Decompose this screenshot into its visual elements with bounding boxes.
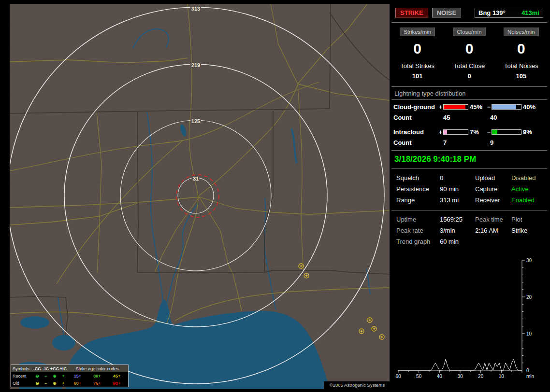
ring-label-31: 31 — [193, 176, 199, 182]
bearing-range-value: 413mi — [521, 9, 539, 16]
upload-label: Upload — [475, 174, 511, 182]
svg-text:min: min — [526, 374, 534, 379]
uptime-value: 1569:25 — [440, 216, 475, 223]
legend-col-neg-cg: -CG — [33, 366, 42, 371]
legend-col-pos-ic: +IC — [59, 366, 68, 371]
noises-per-min-counter: Noises/min 0 Total Noises 105 — [495, 27, 547, 86]
age-codes-recent: 15+ 30+ 45+ — [68, 374, 127, 378]
noise-toggle-button[interactable]: NOISE — [432, 8, 461, 18]
legend-header: Symbols -CG -IC +CG +IC Strike age color… — [11, 365, 128, 372]
datetime-display: 3/18/2026 9:40:18 PM — [391, 151, 547, 168]
cloud-ground-row: Cloud-ground + 45% − 40% — [391, 100, 547, 112]
plot-label: Plot — [511, 216, 547, 223]
receiver-label: Receiver — [475, 196, 511, 204]
neg-cg-recent-icon: ⊖ — [33, 374, 42, 378]
session-stats: Uptime 1569:25 Peak time Plot Peak rate … — [391, 210, 547, 252]
ic-minus-bar — [492, 129, 521, 135]
receiver-status: Enabled — [511, 196, 547, 204]
noises-per-min-value: 0 — [495, 42, 547, 56]
cg-plus-count: 45 — [443, 114, 490, 121]
peak-rate-value: 3/min — [440, 227, 475, 234]
svg-text:0: 0 — [526, 368, 529, 373]
receiver-settings: Squelch 0 Upload Disabled Persistence 90… — [391, 169, 547, 210]
close-per-min-counter: Close/min 0 Total Close 0 — [443, 27, 495, 86]
cloud-ground-counts: Count 45 40 — [391, 112, 547, 125]
legend-row-recent: Recent ⊖ − ⊕ + 15+ 30+ 45+ — [11, 372, 128, 379]
total-strikes-value: 101 — [391, 72, 443, 80]
map-legend: Symbols -CG -IC +CG +IC Strike age color… — [11, 364, 129, 387]
trend-graph: 0102030605040302010min — [394, 253, 547, 381]
ring-label-219: 219 — [191, 62, 200, 68]
trend-graph-value: 60 min — [440, 238, 475, 245]
cg-plus-bar — [443, 104, 468, 110]
pos-cg-recent-icon: ⊕ — [50, 374, 59, 378]
ring-label-313: 313 — [191, 6, 200, 12]
status-sidebar: STRIKE NOISE Bng 139° 413mi Strikes/min … — [391, 4, 547, 389]
plus-sign: + — [438, 103, 443, 111]
strikes-per-min-label: Strikes/min — [400, 28, 435, 36]
svg-text:30: 30 — [526, 258, 532, 263]
copyright-credit: ©2005 Astrogenic Systems — [324, 381, 390, 389]
ring-label-125: 125 — [191, 118, 200, 124]
upload-status: Disabled — [511, 174, 547, 182]
svg-text:50: 50 — [416, 374, 422, 379]
squelch-label: Squelch — [396, 174, 440, 182]
neg-cg-old-icon: ⊖ — [33, 381, 42, 386]
close-per-min-value: 0 — [443, 42, 495, 56]
close-per-min-label: Close/min — [453, 28, 485, 36]
pos-ic-old-icon: + — [59, 381, 68, 386]
svg-text:10: 10 — [526, 331, 532, 336]
neg-ic-old-icon: − — [42, 381, 50, 386]
peak-time-value: 2:16 AM — [475, 227, 511, 234]
legend-symbols-title: Symbols — [13, 366, 33, 371]
peak-rate-label: Peak rate — [396, 227, 440, 234]
trend-graph-canvas: 0102030605040302010min — [394, 253, 541, 381]
plot-value: Strike — [511, 227, 547, 234]
squelch-value: 0 — [440, 174, 475, 182]
pos-ic-recent-icon: + — [59, 374, 68, 378]
minus-sign: − — [486, 128, 492, 136]
uptime-label: Uptime — [396, 216, 440, 223]
svg-text:60: 60 — [395, 374, 401, 379]
cg-minus-count: 40 — [490, 114, 497, 121]
plus-sign: + — [438, 128, 443, 136]
minus-sign: − — [486, 103, 492, 111]
range-value: 313 mi — [440, 196, 475, 204]
lake-west — [20, 316, 49, 329]
persistence-value: 90 min — [440, 185, 475, 193]
rate-counters: Strikes/min 0 Total Strikes 101 Close/mi… — [391, 23, 547, 86]
toolbar: STRIKE NOISE Bng 139° 413mi — [391, 4, 547, 22]
cg-minus-bar — [492, 104, 521, 110]
ic-minus-count: 9 — [490, 139, 493, 146]
total-noises-value: 105 — [495, 72, 547, 80]
ic-plus-bar — [443, 129, 468, 135]
bearing-label: Bng 139° — [478, 9, 506, 16]
total-strikes-label: Total Strikes — [391, 62, 443, 70]
svg-text:10: 10 — [499, 374, 505, 379]
range-label: Range — [396, 196, 440, 204]
intracloud-row: Intracloud + 7% − 9% — [391, 125, 547, 138]
capture-label: Capture — [475, 185, 511, 193]
pos-cg-old-icon: ⊕ — [50, 381, 59, 386]
svg-text:40: 40 — [437, 374, 443, 379]
ic-minus-percent: 9% — [521, 128, 539, 136]
strikes-per-min-counter: Strikes/min 0 Total Strikes 101 — [391, 27, 443, 86]
total-close-label: Total Close — [443, 62, 495, 70]
svg-text:20: 20 — [526, 294, 532, 300]
lightning-distribution: Lightning type distribution Cloud-ground… — [391, 87, 547, 150]
svg-text:30: 30 — [457, 374, 463, 379]
peak-time-label: Peak time — [475, 216, 511, 223]
total-close-value: 0 — [443, 72, 495, 80]
ic-plus-percent: 7% — [468, 128, 486, 136]
legend-col-neg-ic: -IC — [42, 366, 50, 371]
legend-row-old: Old ⊖ − ⊕ + 60+ 75+ 90+ — [11, 379, 128, 387]
svg-text:20: 20 — [478, 374, 484, 379]
lightning-map[interactable]: 313 219 125 31 Symbols -CG -IC +CG +IC S… — [10, 4, 390, 389]
map-canvas: 313 219 125 31 — [10, 4, 390, 389]
nexstorm-window: 313 219 125 31 Symbols -CG -IC +CG +IC S… — [0, 0, 550, 392]
strike-toggle-button[interactable]: STRIKE — [395, 8, 428, 18]
legend-age-title: Strike age color codes — [68, 366, 127, 371]
distribution-title: Lightning type distribution — [391, 87, 547, 100]
bearing-readout: Bng 139° 413mi — [475, 8, 543, 18]
ic-plus-count: 7 — [443, 139, 490, 146]
